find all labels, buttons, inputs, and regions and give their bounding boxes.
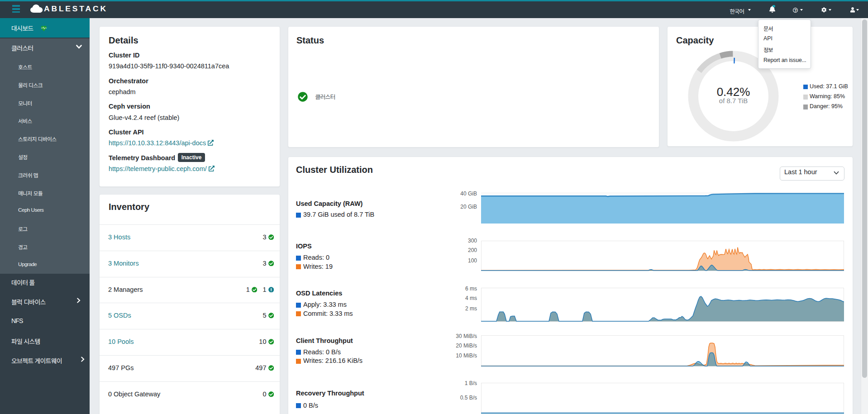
svg-text:?: ? [794, 8, 796, 12]
